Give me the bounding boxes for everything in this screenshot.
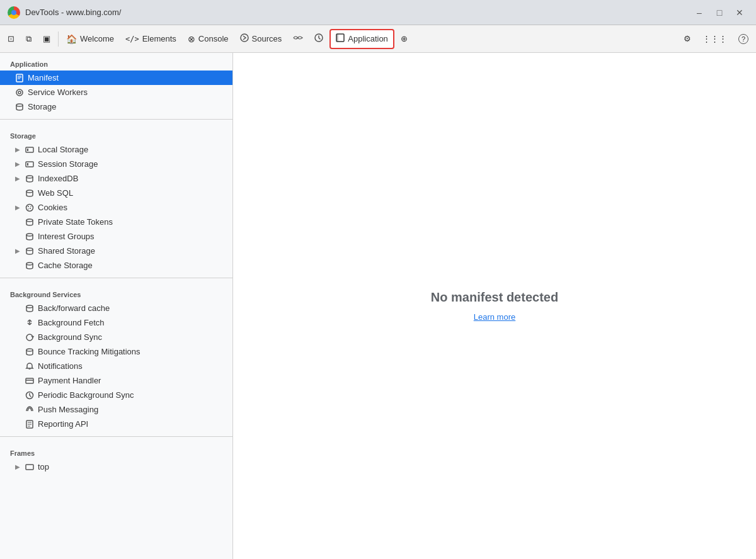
sidebar: Application Manifest Service Workers Sto… xyxy=(0,53,233,559)
toolbar-tab-detach[interactable]: ⧉ xyxy=(21,29,37,49)
console-label: Console xyxy=(198,34,229,43)
periodic-background-sync-icon xyxy=(25,391,34,400)
sidebar-item-web-sql[interactable]: Web SQL xyxy=(0,186,232,200)
svg-rect-14 xyxy=(27,163,28,166)
background-fetch-icon xyxy=(25,319,34,327)
sidebar-item-storage-app[interactable]: Storage xyxy=(0,99,232,114)
svg-rect-11 xyxy=(26,147,33,152)
detach-icon: ⧉ xyxy=(26,34,32,44)
svg-rect-13 xyxy=(26,162,33,167)
toolbar-tab-sources[interactable]: Sources xyxy=(235,29,287,49)
svg-point-15 xyxy=(26,176,33,178)
notifications-label: Notifications xyxy=(38,361,83,371)
toolbar-tab-console[interactable]: ⊗ Console xyxy=(183,29,234,49)
frames-section-label: Frames xyxy=(0,442,232,460)
sidebar-item-background-fetch[interactable]: Background Fetch xyxy=(0,315,232,330)
payment-handler-icon xyxy=(25,376,34,385)
toolbar-tab-network[interactable] xyxy=(288,29,308,49)
session-storage-icon xyxy=(25,160,34,169)
sidebar-item-bounce-tracking[interactable]: Bounce Tracking Mitigations xyxy=(0,344,232,359)
svg-point-16 xyxy=(26,190,33,193)
storage-app-label: Storage xyxy=(28,102,57,111)
svg-rect-3 xyxy=(336,34,338,42)
title-bar: DevTools - www.bing.com/ – □ ✕ xyxy=(0,0,756,25)
svg-point-22 xyxy=(26,219,33,222)
shared-storage-expand-icon[interactable]: ▶ xyxy=(15,247,20,254)
application-icon xyxy=(336,33,345,44)
sidebar-item-manifest[interactable]: Manifest xyxy=(0,71,232,85)
toolbar-help-button[interactable]: ? xyxy=(733,29,753,49)
sidebar-item-local-storage[interactable]: ▶ Local Storage xyxy=(0,142,232,157)
sidebar-item-service-workers[interactable]: Service Workers xyxy=(0,85,232,99)
cookies-icon xyxy=(25,203,34,212)
sidebar-item-payment-handler[interactable]: Payment Handler xyxy=(0,373,232,388)
indexeddb-label: IndexedDB xyxy=(38,174,78,183)
indexeddb-expand-icon[interactable]: ▶ xyxy=(15,175,20,182)
chrome-logo xyxy=(8,6,20,19)
top-expand-icon[interactable]: ▶ xyxy=(15,463,20,470)
svg-rect-40 xyxy=(26,465,33,470)
sidebar-item-notifications[interactable]: Notifications xyxy=(0,359,232,373)
toolbar-tab-performance[interactable] xyxy=(309,29,328,49)
background-sync-icon xyxy=(25,333,34,342)
web-sql-label: Web SQL xyxy=(38,188,73,198)
svg-point-25 xyxy=(26,263,33,265)
svg-point-19 xyxy=(30,208,31,209)
toolbar-tab-welcome[interactable]: 🏠 Welcome xyxy=(61,29,119,49)
local-storage-expand-icon[interactable]: ▶ xyxy=(15,146,20,153)
sidebar-item-private-state-tokens[interactable]: Private State Tokens xyxy=(0,215,232,229)
manifest-icon xyxy=(15,74,24,82)
toolbar-tab-more-tools[interactable]: ⊕ xyxy=(396,29,413,49)
sidebar-item-interest-groups[interactable]: Interest Groups xyxy=(0,229,232,244)
sidebar-item-push-messaging[interactable]: Push Messaging xyxy=(0,402,232,417)
manifest-label: Manifest xyxy=(28,73,59,82)
toolbar-tab-toggle-sidebar[interactable]: ⊡ xyxy=(3,29,20,49)
sidebar-item-reporting-api[interactable]: Reporting API xyxy=(0,417,232,431)
toolbar-separator-1 xyxy=(58,31,59,47)
top-frame-icon xyxy=(25,463,34,471)
no-manifest-text: No manifest detected xyxy=(431,290,558,305)
maximize-button[interactable]: □ xyxy=(711,4,728,21)
title-text: DevTools - www.bing.com/ xyxy=(25,8,685,17)
toolbar: ⊡ ⧉ ▣ 🏠 Welcome </> Elements ⊗ Console S… xyxy=(0,25,756,53)
sidebar-item-indexeddb[interactable]: ▶ IndexedDB xyxy=(0,171,232,186)
cookies-label: Cookies xyxy=(38,203,67,212)
storage-app-icon xyxy=(15,103,24,111)
svg-point-20 xyxy=(30,206,32,207)
main-container: Application Manifest Service Workers Sto… xyxy=(0,53,756,559)
svg-point-21 xyxy=(28,208,29,210)
toolbar-ellipsis-button[interactable]: ⋮⋮⋮ xyxy=(697,29,732,49)
divider-1 xyxy=(0,119,232,120)
sidebar-item-periodic-background-sync[interactable]: Periodic Background Sync xyxy=(0,388,232,402)
cookies-expand-icon[interactable]: ▶ xyxy=(15,204,20,211)
sidebar-item-cookies[interactable]: ▶ Cookies xyxy=(0,200,232,215)
svg-point-10 xyxy=(16,104,23,106)
sidebar-item-cache-storage[interactable]: Cache Storage xyxy=(0,258,232,273)
background-sync-label: Background Sync xyxy=(38,332,102,342)
sidebar-item-background-sync[interactable]: Background Sync xyxy=(0,330,232,344)
close-button[interactable]: ✕ xyxy=(731,4,748,21)
session-storage-expand-icon[interactable]: ▶ xyxy=(15,161,20,167)
minimize-button[interactable]: – xyxy=(690,4,708,21)
svg-rect-12 xyxy=(27,149,28,151)
console-icon: ⊗ xyxy=(188,34,195,44)
session-storage-label: Session Storage xyxy=(38,159,98,169)
svg-point-24 xyxy=(26,248,33,251)
dock-icon: ▣ xyxy=(43,34,50,43)
sidebar-item-shared-storage[interactable]: ▶ Shared Storage xyxy=(0,244,232,258)
learn-more-link[interactable]: Learn more xyxy=(474,312,515,322)
local-storage-icon xyxy=(25,145,34,154)
toolbar-tab-elements[interactable]: </> Elements xyxy=(120,29,181,49)
svg-point-8 xyxy=(16,89,23,96)
toolbar-settings-button[interactable]: ⚙ xyxy=(679,29,696,49)
private-state-tokens-icon xyxy=(25,218,34,227)
toolbar-tab-dock[interactable]: ▣ xyxy=(38,29,55,49)
window-controls: – □ ✕ xyxy=(690,4,748,21)
svg-point-0 xyxy=(241,34,248,42)
toolbar-tab-application[interactable]: Application xyxy=(329,29,394,49)
sidebar-item-session-storage[interactable]: ▶ Session Storage xyxy=(0,157,232,171)
welcome-label: Welcome xyxy=(80,34,114,43)
sidebar-item-back-forward-cache[interactable]: Back/forward cache xyxy=(0,301,232,315)
push-messaging-label: Push Messaging xyxy=(38,405,98,414)
sidebar-item-top[interactable]: ▶ top xyxy=(0,460,232,474)
